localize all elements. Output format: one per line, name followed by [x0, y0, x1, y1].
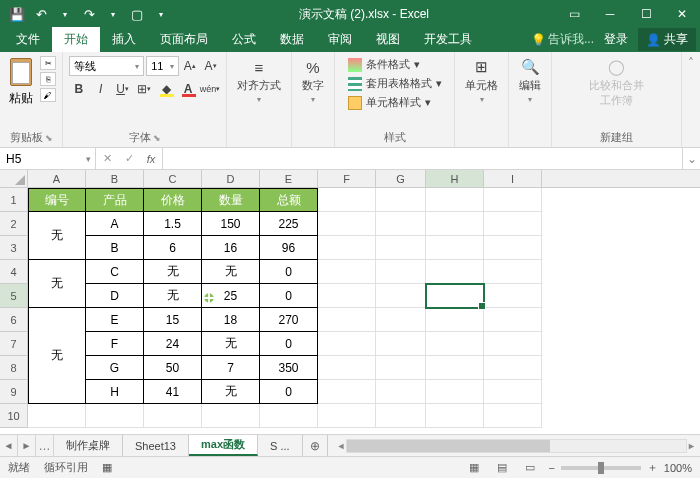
cells-button[interactable]: ⊞ 单元格 ▾ — [461, 56, 502, 106]
normal-view-icon[interactable]: ▦ — [464, 460, 484, 476]
cell[interactable] — [426, 260, 484, 284]
row-header-3[interactable]: 3 — [0, 236, 28, 260]
row-header-1[interactable]: 1 — [0, 188, 28, 212]
cell[interactable] — [376, 284, 426, 308]
underline-button[interactable]: U▾ — [113, 79, 133, 99]
cell[interactable]: H — [86, 380, 144, 404]
cell[interactable] — [484, 308, 542, 332]
cell[interactable] — [426, 380, 484, 404]
cell[interactable] — [318, 284, 376, 308]
alignment-button[interactable]: ≡ 对齐方式 ▾ — [233, 56, 285, 106]
cell[interactable] — [318, 212, 376, 236]
edit-button[interactable]: 🔍 编辑 ▾ — [515, 56, 545, 106]
save-icon[interactable]: 💾 — [6, 3, 28, 25]
cell[interactable] — [376, 332, 426, 356]
cell[interactable] — [426, 212, 484, 236]
qat-menu-icon[interactable]: ▾ — [150, 3, 172, 25]
phonetic-button[interactable]: wén▾ — [200, 79, 220, 99]
cell[interactable]: E — [86, 308, 144, 332]
zoom-out-icon[interactable]: − — [548, 462, 554, 474]
page-layout-view-icon[interactable]: ▤ — [492, 460, 512, 476]
cell[interactable] — [260, 404, 318, 428]
cell[interactable]: G — [86, 356, 144, 380]
cell[interactable]: D — [86, 284, 144, 308]
row-header-2[interactable]: 2 — [0, 212, 28, 236]
cell[interactable]: 150 — [202, 212, 260, 236]
cell[interactable] — [376, 212, 426, 236]
number-button[interactable]: % 数字 ▾ — [298, 56, 328, 106]
row-header-4[interactable]: 4 — [0, 260, 28, 284]
row-header-6[interactable]: 6 — [0, 308, 28, 332]
tab-dev[interactable]: 开发工具 — [412, 27, 484, 52]
table-header[interactable]: 数量 — [202, 188, 260, 212]
cell[interactable] — [318, 260, 376, 284]
cell[interactable]: 7 — [202, 356, 260, 380]
cell[interactable] — [484, 356, 542, 380]
fill-color-button[interactable]: ◆ — [156, 79, 176, 99]
cell[interactable] — [426, 404, 484, 428]
cut-icon[interactable]: ✂ — [40, 56, 56, 70]
dialog-launcher-icon[interactable]: ⬊ — [45, 133, 53, 143]
login-link[interactable]: 登录 — [598, 27, 634, 52]
tab-file[interactable]: 文件 — [4, 27, 52, 52]
cell[interactable] — [28, 404, 86, 428]
cell[interactable] — [426, 188, 484, 212]
cell[interactable]: 41 — [144, 380, 202, 404]
cell[interactable]: F — [86, 332, 144, 356]
cell[interactable] — [484, 188, 542, 212]
table-header[interactable]: 总额 — [260, 188, 318, 212]
col-header-A[interactable]: A — [28, 170, 86, 187]
status-record-icon[interactable]: ▦ — [102, 461, 112, 474]
cell[interactable]: 1.5 — [144, 212, 202, 236]
cell[interactable] — [484, 380, 542, 404]
border-button[interactable]: ⊞▾ — [134, 79, 154, 99]
copy-icon[interactable]: ⎘ — [40, 72, 56, 86]
increase-font-icon[interactable]: A▴ — [181, 56, 200, 76]
close-button[interactable]: ✕ — [664, 0, 700, 28]
col-header-G[interactable]: G — [376, 170, 426, 187]
cell[interactable]: 无 — [202, 380, 260, 404]
page-break-view-icon[interactable]: ▭ — [520, 460, 540, 476]
cell[interactable]: B — [86, 236, 144, 260]
fx-icon[interactable]: fx — [140, 153, 162, 165]
cell[interactable] — [426, 332, 484, 356]
cell[interactable] — [426, 308, 484, 332]
cell[interactable] — [318, 356, 376, 380]
cell[interactable] — [318, 380, 376, 404]
row-header-8[interactable]: 8 — [0, 356, 28, 380]
cell[interactable] — [376, 308, 426, 332]
sheet-nav-prev-icon[interactable]: ◄ — [0, 435, 18, 456]
cell[interactable] — [484, 236, 542, 260]
cell[interactable]: 无 — [202, 260, 260, 284]
cell[interactable] — [376, 260, 426, 284]
cell[interactable]: 无 — [202, 332, 260, 356]
zoom-slider[interactable] — [561, 466, 641, 470]
cell[interactable] — [318, 404, 376, 428]
cell[interactable] — [376, 356, 426, 380]
cell[interactable] — [318, 188, 376, 212]
cell[interactable]: 25 — [202, 284, 260, 308]
name-box[interactable]: H5 — [0, 148, 96, 169]
cell[interactable] — [484, 212, 542, 236]
format-painter-icon[interactable]: 🖌 — [40, 88, 56, 102]
cell[interactable] — [484, 284, 542, 308]
tab-data[interactable]: 数据 — [268, 27, 316, 52]
col-header-I[interactable]: I — [484, 170, 542, 187]
decrease-font-icon[interactable]: A▾ — [201, 56, 220, 76]
cell[interactable]: 无 — [144, 284, 202, 308]
dialog-launcher-icon[interactable]: ⬊ — [153, 133, 161, 143]
table-format-button[interactable]: 套用表格格式▾ — [346, 75, 444, 92]
col-header-C[interactable]: C — [144, 170, 202, 187]
ribbon-options-icon[interactable]: ▭ — [556, 0, 592, 28]
sheet-tab-1[interactable]: 制作桌牌 — [54, 435, 123, 456]
tell-me[interactable]: 💡告诉我... — [531, 31, 594, 48]
cell[interactable] — [318, 236, 376, 260]
horizontal-scrollbar[interactable]: ◄ ► — [333, 435, 700, 456]
cell[interactable]: 0 — [260, 380, 318, 404]
cell[interactable]: 270 — [260, 308, 318, 332]
col-header-H[interactable]: H — [426, 170, 484, 187]
cell[interactable]: 50 — [144, 356, 202, 380]
redo-icon[interactable]: ↷ — [78, 3, 100, 25]
cell[interactable]: 350 — [260, 356, 318, 380]
cell[interactable]: 18 — [202, 308, 260, 332]
